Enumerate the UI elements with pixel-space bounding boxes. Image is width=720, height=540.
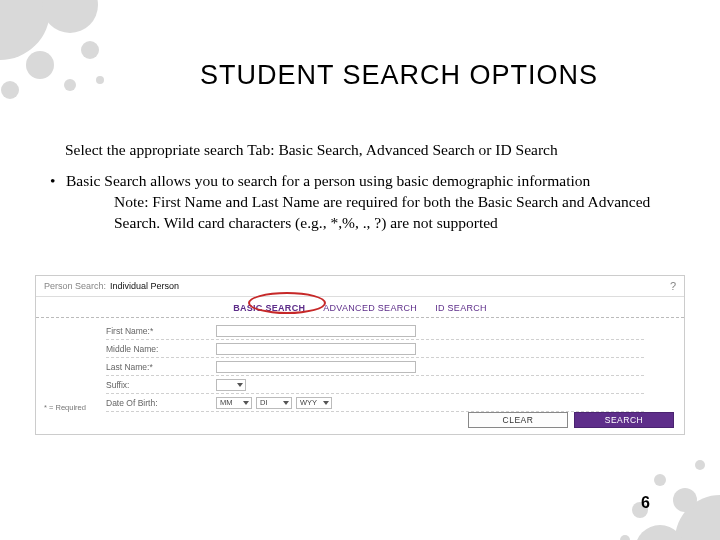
label-last-name: Last Name:* xyxy=(106,362,216,372)
required-legend: * = Required xyxy=(44,403,86,412)
decorative-dots-bottom-right xyxy=(600,430,720,540)
search-button[interactable]: SEARCH xyxy=(574,412,674,428)
select-dob-day[interactable]: DI xyxy=(256,397,292,409)
svg-point-4 xyxy=(81,41,99,59)
tab-advanced-search[interactable]: ADVANCED SEARCH xyxy=(323,303,417,313)
input-first-name[interactable] xyxy=(216,325,416,337)
label-dob: Date Of Birth: xyxy=(106,398,216,408)
bullet-basic-search: Basic Search allows you to search for a … xyxy=(66,172,590,189)
select-suffix[interactable] xyxy=(216,379,246,391)
svg-point-3 xyxy=(26,51,54,79)
slide-title: STUDENT SEARCH OPTIONS xyxy=(200,60,598,91)
input-middle-name[interactable] xyxy=(216,343,416,355)
label-first-name: First Name:* xyxy=(106,326,216,336)
svg-point-7 xyxy=(96,76,104,84)
label-suffix: Suffix: xyxy=(106,380,216,390)
help-icon[interactable]: ? xyxy=(670,280,676,292)
svg-point-5 xyxy=(1,81,19,99)
svg-point-1 xyxy=(42,0,98,33)
svg-point-13 xyxy=(654,474,666,486)
label-middle-name: Middle Name: xyxy=(106,344,216,354)
input-last-name[interactable] xyxy=(216,361,416,373)
svg-point-14 xyxy=(620,535,630,540)
select-dob-month[interactable]: MM xyxy=(216,397,252,409)
clear-button[interactable]: CLEAR xyxy=(468,412,568,428)
tab-id-search[interactable]: ID SEARCH xyxy=(435,303,487,313)
svg-point-11 xyxy=(673,488,697,512)
panel-title-muted: Person Search: xyxy=(44,281,106,291)
select-dob-year[interactable]: WYY xyxy=(296,397,332,409)
decorative-dots-top-left xyxy=(0,0,120,110)
embedded-screenshot: Person Search: Individual Person ? BASIC… xyxy=(35,275,685,435)
svg-point-6 xyxy=(64,79,76,91)
svg-point-15 xyxy=(695,460,705,470)
note-text: Note: First Name and Last Name are requi… xyxy=(114,192,680,234)
tab-basic-search[interactable]: BASIC SEARCH xyxy=(233,303,305,313)
intro-text: Select the appropriate search Tab: Basic… xyxy=(65,140,680,161)
panel-title: Individual Person xyxy=(110,281,179,291)
page-number: 6 xyxy=(641,494,650,512)
